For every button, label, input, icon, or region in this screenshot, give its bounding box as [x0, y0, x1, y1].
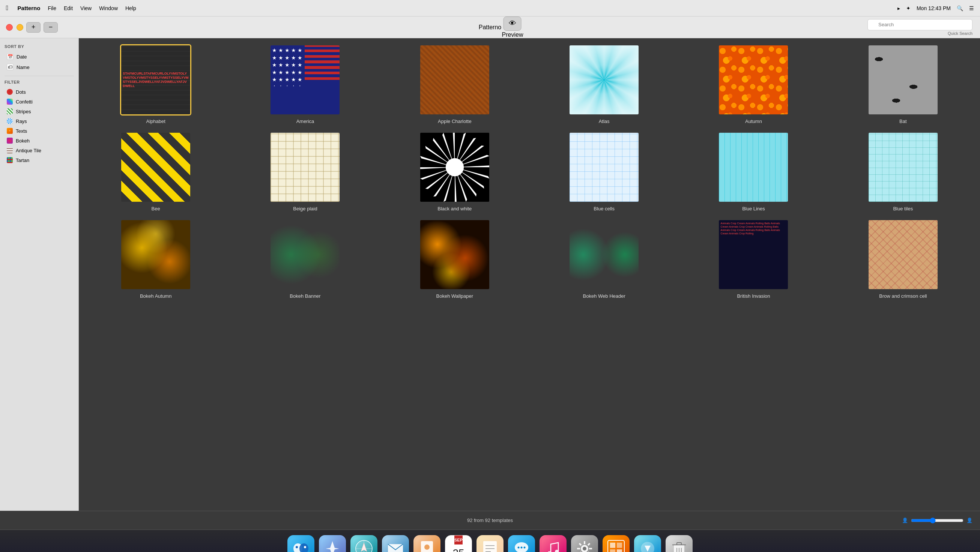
thumb-bat [867, 44, 939, 116]
label-apple-charlotte: Apple Charlotte [438, 119, 472, 124]
toolbar-buttons: + − [26, 22, 58, 33]
grid-item-apple-charlotte[interactable]: Apple Charlotte [384, 44, 526, 124]
minimize-button[interactable] [16, 24, 23, 31]
sidebar-bokeh-label: Bokeh [16, 138, 30, 144]
dock-icon-finder[interactable] [287, 535, 314, 552]
sidebar-item-rays[interactable]: Rays [5, 117, 74, 125]
grid-item-bokeh-autumn[interactable]: Bokeh Autumn [85, 219, 227, 299]
sidebar-confetti-label: Confetti [16, 99, 33, 105]
menu-toggle-icon[interactable]: ☰ [969, 5, 974, 11]
sidebar-item-date[interactable]: 📅 Date [5, 52, 74, 62]
pattern-bokeh-autumn-preview [121, 220, 190, 289]
pattern-america-preview [270, 45, 340, 114]
search-menu-icon[interactable]: 🔍 [957, 5, 963, 11]
sidebar-item-texts[interactable]: T Texts [5, 126, 74, 135]
svg-rect-36 [388, 544, 403, 552]
search-input[interactable] [867, 19, 972, 30]
menu-help[interactable]: Help [125, 5, 136, 11]
grid-item-blue-cells[interactable]: Blue cells [533, 132, 675, 211]
close-button[interactable] [6, 24, 13, 31]
dock-icon-launchpad[interactable] [319, 535, 346, 552]
sidebar-tartan-label: Tartan [16, 157, 29, 163]
label-bokeh-web-header: Bokeh Web Header [583, 293, 625, 299]
grid-item-bokeh-wallpaper[interactable]: Bokeh Wallpaper [384, 219, 526, 299]
apple-menu[interactable]:  [6, 4, 9, 12]
dock-icon-notes[interactable] [476, 535, 504, 552]
add-button[interactable]: + [26, 22, 41, 33]
dock-icon-downloader[interactable] [634, 535, 661, 552]
grid-item-beige-plaid[interactable]: Beige plaid [234, 132, 376, 211]
menu-file[interactable]: File [48, 5, 56, 11]
dock-icon-trash[interactable] [666, 535, 693, 552]
grid-item-blue-lines[interactable]: Blue Lines [682, 132, 824, 211]
dock-icon-safari[interactable] [350, 535, 377, 552]
svg-point-48 [518, 546, 520, 548]
menu-edit[interactable]: Edit [64, 5, 73, 11]
grid-item-bokeh-banner[interactable]: Bokeh Banner [234, 219, 376, 299]
grid-item-bat[interactable]: Bat [832, 44, 974, 124]
antique-tile-icon [7, 148, 13, 153]
sidebar-date-label: Date [16, 54, 27, 60]
grid-item-alphabet[interactable]: Alphabet [85, 44, 227, 124]
zoom-person-small-icon: 👤 [902, 517, 908, 523]
sidebar-item-bokeh[interactable]: Bokeh [5, 136, 74, 145]
label-bee: Bee [151, 206, 160, 211]
main-layout: SORT BY 📅 Date 🏷 Name FILTER Dots Confet… [0, 38, 980, 511]
zoom-person-large-icon: 👤 [966, 517, 972, 523]
preview-button[interactable]: 👁 Preview [502, 16, 523, 38]
sidebar-item-name[interactable]: 🏷 Name [5, 62, 74, 72]
grid-item-british-invasion[interactable]: Animals Crop Cream Animals Rolling Balls… [682, 219, 824, 299]
statusbar: 92 from 92 templates 👤 👤 [0, 511, 980, 530]
sidebar-item-tartan[interactable]: Tartan [5, 155, 74, 165]
window-title: Patterno [479, 24, 501, 31]
grid-item-brow-crimson[interactable]: Brow and crimson cell [832, 219, 974, 299]
label-blue-lines: Blue Lines [742, 206, 765, 211]
sidebar-stripes-label: Stripes [16, 109, 31, 114]
minus-button[interactable]: − [43, 22, 58, 33]
menu-window[interactable]: Window [99, 5, 118, 11]
grid-item-atlas[interactable]: Atlas [533, 44, 675, 124]
grid-item-america[interactable]: America [234, 44, 376, 124]
dock-icon-patterno[interactable] [603, 535, 630, 552]
thumb-atlas [568, 44, 640, 116]
svg-point-26 [304, 546, 306, 548]
date-icon: 📅 [7, 53, 14, 60]
thumb-beige-plaid [269, 132, 340, 203]
label-autumn: Autumn [745, 119, 762, 124]
sidebar-item-confetti[interactable]: Confetti [5, 97, 74, 106]
preview-label: Preview [502, 32, 523, 38]
grid-item-bee[interactable]: Bee [85, 132, 227, 211]
dock-icon-mail[interactable] [382, 535, 409, 552]
dock-icon-system-prefs[interactable] [571, 535, 598, 552]
svg-point-21 [446, 158, 464, 176]
bluetooth-icon[interactable]: ✦ [906, 5, 911, 11]
svg-rect-41 [483, 541, 497, 552]
grid-item-black-white[interactable]: Black and white [384, 132, 526, 211]
svg-point-50 [524, 546, 526, 548]
sidebar-item-dots[interactable]: Dots [5, 87, 74, 97]
sidebar-item-antique-tile[interactable]: Antique Tile [5, 146, 74, 155]
grid-item-bokeh-web-header[interactable]: Bokeh Web Header [533, 219, 675, 299]
grid-item-blue-tiles[interactable]: Blue tiles [832, 132, 974, 211]
menu-view[interactable]: View [80, 5, 92, 11]
thumb-apple-charlotte [419, 44, 490, 116]
label-blue-tiles: Blue tiles [893, 206, 913, 211]
thumb-bokeh-web-header [568, 219, 640, 290]
sidebar-item-stripes[interactable]: Stripes [5, 107, 74, 116]
zoom-slider[interactable] [911, 517, 964, 523]
wifi-icon[interactable]: ▸ [897, 5, 900, 11]
pattern-atlas-preview [570, 45, 639, 114]
dock-icon-contacts[interactable] [414, 535, 441, 552]
dock-icon-calendar[interactable]: SEP 25 [445, 535, 472, 552]
dock-icon-messages[interactable] [508, 535, 535, 552]
thumb-bokeh-autumn [120, 219, 191, 290]
label-blue-cells: Blue cells [593, 206, 614, 211]
calendar-day: 25 [452, 544, 464, 552]
grid-item-autumn[interactable]: Autumn [682, 44, 824, 124]
dock-icon-music[interactable] [539, 535, 566, 552]
app-name[interactable]: Patterno [18, 5, 41, 11]
svg-point-25 [296, 546, 298, 548]
sidebar: SORT BY 📅 Date 🏷 Name FILTER Dots Confet… [0, 38, 79, 511]
dots-icon [7, 89, 13, 95]
pattern-blue-lines-preview [719, 133, 788, 202]
